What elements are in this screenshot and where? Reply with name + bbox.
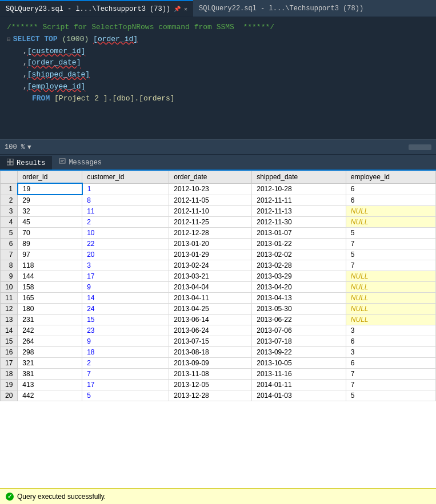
cell-order-id[interactable]: 180 [18, 304, 82, 315]
table-row[interactable]: 12180242013-04-252013-05-30NULL [1, 304, 436, 315]
col-employee-id: [employee_id] [27, 81, 85, 93]
table-row[interactable]: 1732122013-09-092013-10-056 [1, 358, 436, 369]
tab-bar: SQLQuery23.sql - l...\Techsupport3 (73))… [0, 0, 436, 17]
tab-sqlquery23[interactable]: SQLQuery23.sql - l...\Techsupport3 (73))… [0, 0, 193, 17]
cell-customer-id: 24 [82, 304, 169, 315]
cell-customer-id: 1 [82, 183, 169, 195]
table-row[interactable]: 44522012-11-252012-11-30NULL [1, 217, 436, 228]
cell-employee-id: 7 [346, 260, 435, 271]
cell-order-id[interactable]: 118 [18, 260, 82, 271]
cell-shipped-date: 2013-02-28 [252, 260, 346, 271]
cell-order-id[interactable]: 165 [18, 293, 82, 304]
table-row[interactable]: 16298182013-08-182013-09-223 [1, 347, 436, 358]
row-num-cell: 10 [1, 282, 18, 293]
cell-employee-id: NULL [346, 315, 435, 325]
cell-order-id[interactable]: 19 [18, 183, 82, 195]
table-row[interactable]: 332112012-11-102012-11-13NULL [1, 206, 436, 217]
status-text: Query executed successfully. [17, 493, 106, 501]
cell-shipped-date: 2013-04-13 [252, 293, 346, 304]
row-num-cell: 14 [1, 325, 18, 336]
editor-area[interactable]: /****** Script for SelectTopNRows comman… [0, 17, 436, 140]
cell-employee-id: 5 [346, 390, 435, 401]
tab-sqlquery22[interactable]: SQLQuery22.sql - l...\Techsupport3 (78)) [193, 0, 369, 17]
cell-shipped-date: 2013-07-18 [252, 336, 346, 347]
from-clause: [Project 2 ].[dbo].[orders] [54, 93, 175, 105]
row-num-cell: 2 [1, 195, 18, 206]
cell-order-id[interactable]: 89 [18, 239, 82, 249]
cell-employee-id: NULL [346, 271, 435, 282]
cell-order-id[interactable]: 242 [18, 325, 82, 336]
horizontal-scrollbar[interactable] [409, 144, 431, 150]
cell-shipped-date: 2014-01-03 [252, 390, 346, 401]
cell-employee-id: 3 [346, 347, 435, 358]
cell-shipped-date: 2013-07-06 [252, 325, 346, 336]
table-row[interactable]: 14242232013-06-242013-07-063 [1, 325, 436, 336]
table-row[interactable]: 22982012-11-052012-11-116 [1, 195, 436, 206]
cell-shipped-date: 2013-09-22 [252, 347, 346, 358]
table-row[interactable]: 1015892013-04-042013-04-20NULL [1, 282, 436, 293]
cell-order-id[interactable]: 144 [18, 271, 82, 282]
cell-order-id[interactable]: 45 [18, 217, 82, 228]
row-num-cell: 18 [1, 369, 18, 380]
table-row[interactable]: 2044252013-12-282014-01-035 [1, 390, 436, 401]
cell-order-id[interactable]: 381 [18, 369, 82, 380]
col-header-shipped-date: shipped_date [252, 171, 346, 184]
row-num-cell: 3 [1, 206, 18, 217]
cell-order-id[interactable]: 158 [18, 282, 82, 293]
cell-shipped-date: 2013-06-22 [252, 315, 346, 325]
cell-customer-id: 9 [82, 282, 169, 293]
row-num-cell: 20 [1, 390, 18, 401]
cell-order-date: 2013-03-21 [169, 271, 252, 282]
cell-order-id[interactable]: 442 [18, 390, 82, 401]
cell-order-id[interactable]: 298 [18, 347, 82, 358]
zoom-bar: 100 % ▼ [0, 140, 436, 155]
col-header-order-id: order_id [18, 171, 82, 184]
select-keyword: SELECT TOP [13, 34, 58, 46]
cell-customer-id: 20 [82, 249, 169, 260]
row-num-cell: 6 [1, 239, 18, 249]
cell-shipped-date: 2013-01-22 [252, 239, 346, 249]
cell-shipped-date: 2013-03-29 [252, 271, 346, 282]
cell-order-id[interactable]: 32 [18, 206, 82, 217]
cell-order-id[interactable]: 264 [18, 336, 82, 347]
cell-customer-id: 7 [82, 369, 169, 380]
table-row[interactable]: 570102012-12-282013-01-075 [1, 228, 436, 239]
collapse-icon[interactable]: ⊟ [7, 35, 11, 45]
cell-order-id[interactable]: 231 [18, 315, 82, 325]
cell-customer-id: 14 [82, 293, 169, 304]
svg-rect-1 [10, 159, 13, 162]
tab-close-button[interactable]: ✕ [184, 6, 187, 13]
tab-messages[interactable]: Messages [52, 156, 109, 170]
table-row[interactable]: 11912012-10-232012-10-286 [1, 183, 436, 195]
col-employeeid-line: , [employee_id] [23, 81, 429, 93]
col-header-customer-id: customer_id [82, 171, 169, 184]
zoom-dropdown[interactable]: ▼ [27, 144, 31, 151]
table-row[interactable]: 797202013-01-292013-02-025 [1, 249, 436, 260]
comma4: , [23, 81, 27, 93]
cell-order-date: 2012-12-28 [169, 228, 252, 239]
cell-order-id[interactable]: 321 [18, 358, 82, 369]
cell-employee-id: 7 [346, 380, 435, 390]
cell-order-id[interactable]: 70 [18, 228, 82, 239]
cell-shipped-date: 2013-05-30 [252, 304, 346, 315]
tab-results[interactable]: Results [0, 156, 52, 170]
table-row[interactable]: 811832013-02-242013-02-287 [1, 260, 436, 271]
col-order-id: [order_id] [93, 34, 138, 46]
cell-employee-id: NULL [346, 293, 435, 304]
pin-icon[interactable]: 📌 [174, 6, 181, 13]
cell-employee-id: 6 [346, 195, 435, 206]
table-row[interactable]: 19413172013-12-052014-01-117 [1, 380, 436, 390]
tab-label: SQLQuery22.sql - l...\Techsupport3 (78)) [199, 5, 363, 13]
table-row[interactable]: 1526492013-07-152013-07-186 [1, 336, 436, 347]
svg-rect-0 [7, 159, 10, 162]
cell-order-date: 2013-12-28 [169, 390, 252, 401]
table-row[interactable]: 1838172013-11-082013-11-167 [1, 369, 436, 380]
table-row[interactable]: 13231152013-06-142013-06-22NULL [1, 315, 436, 325]
table-row[interactable]: 11165142013-04-112013-04-13NULL [1, 293, 436, 304]
cell-order-date: 2013-08-18 [169, 347, 252, 358]
cell-order-id[interactable]: 29 [18, 195, 82, 206]
cell-order-id[interactable]: 97 [18, 249, 82, 260]
table-row[interactable]: 9144172013-03-212013-03-29NULL [1, 271, 436, 282]
table-row[interactable]: 689222013-01-202013-01-227 [1, 239, 436, 249]
cell-order-id[interactable]: 413 [18, 380, 82, 390]
